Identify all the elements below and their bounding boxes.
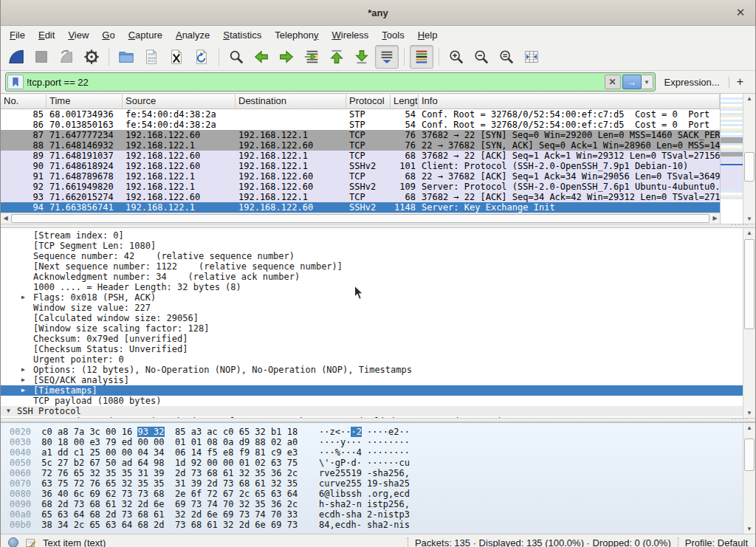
add-filter-button[interactable]: +	[729, 75, 751, 89]
hex-row-0070[interactable]: 0070 63 75 72 76 65 32 35 35 31 39 2d 73…	[1, 478, 743, 489]
menu-help[interactable]: Help	[411, 27, 444, 43]
column-header-no[interactable]: No.	[1, 94, 47, 109]
filter-clear-button[interactable]: ✕	[605, 75, 621, 89]
menu-tools[interactable]: Tools	[375, 27, 410, 43]
column-header-protocol[interactable]: Protocol	[346, 94, 391, 109]
scroll-right-arrow[interactable]: ▶	[710, 216, 720, 221]
close-window-button[interactable]: ✕	[733, 5, 748, 20]
packet-row-91[interactable]: 9171.648789678192.168.122.1192.168.122.6…	[1, 171, 720, 182]
column-header-time[interactable]: Time	[47, 94, 123, 109]
zoom-out-button[interactable]	[470, 45, 493, 69]
hex-row-0080[interactable]: 0080 36 40 6c 69 62 73 73 68 2e 6f 72 67…	[1, 489, 743, 499]
detail-line[interactable]: ▼SSH Protocol	[1, 406, 743, 416]
menu-statistics[interactable]: Statistics	[216, 27, 268, 43]
go-back-button[interactable]	[250, 45, 273, 69]
packet-list-vscrollbar[interactable]: ▲ ▼	[743, 94, 755, 224]
vscroll-thumb[interactable]	[744, 239, 755, 329]
menu-edit[interactable]: Edit	[32, 27, 61, 43]
pane-splitter[interactable]: ·····	[1, 418, 755, 422]
bytes-vscrollbar[interactable]: ▲ ▼	[743, 423, 755, 534]
packet-row-89[interactable]: 8971.648191037192.168.122.60192.168.122.…	[1, 151, 720, 161]
hex-row-0020[interactable]: 0020 c0 a8 7a 3c 00 16 93 32 85 a3 ac c0…	[1, 427, 743, 437]
menu-file[interactable]: File	[3, 27, 32, 43]
filter-bookmark-button[interactable]	[7, 75, 24, 89]
details-vscrollbar[interactable]: ▲ ▼	[743, 228, 755, 418]
expand-arrow-icon[interactable]: ▶	[21, 366, 25, 374]
packet-row-87[interactable]: 8771.647777234192.168.122.60192.168.122.…	[1, 130, 720, 140]
column-header-destination[interactable]: Destination	[236, 94, 346, 109]
save-file-button[interactable]: 010101100111	[140, 45, 163, 69]
expert-info-icon[interactable]	[8, 537, 18, 547]
find-packet-button[interactable]	[224, 45, 248, 69]
hex-row-0060[interactable]: 0060 72 76 65 32 35 35 31 39 2d 73 68 61…	[1, 468, 743, 478]
display-filter-input[interactable]: !tcp.port == 22	[27, 77, 605, 88]
packet-row-94[interactable]: 9471.663856741192.168.122.1192.168.122.6…	[1, 202, 720, 213]
filter-dropdown-button[interactable]: ▼	[642, 75, 653, 89]
close-file-button[interactable]	[165, 45, 188, 69]
detail-line[interactable]: ▶[Timestamps]	[1, 385, 743, 396]
packet-row-85[interactable]: 8568.001734936fe:54:00:d4:38:2aSTP54Conf…	[1, 109, 720, 120]
detail-line[interactable]: ▶Options: (12 bytes), No-Operation (NOP)…	[1, 365, 743, 375]
hex-row-00b0[interactable]: 00b0 38 34 2c 65 63 64 68 2d 73 68 61 32…	[1, 520, 743, 530]
detail-line[interactable]: [Window size scaling factor: 128]	[1, 323, 743, 334]
scroll-up-arrow[interactable]: ▲	[745, 94, 755, 103]
detail-line[interactable]: [TCP Segment Len: 1080]	[1, 241, 743, 251]
scroll-down-arrow[interactable]: ▼	[745, 524, 755, 534]
restart-capture-button[interactable]	[55, 45, 78, 69]
status-profile[interactable]: Profile: Default	[685, 537, 748, 547]
menu-capture[interactable]: Capture	[122, 27, 169, 43]
detail-line[interactable]: TCP payload (1080 bytes)	[1, 396, 743, 406]
packet-row-90[interactable]: 9071.648618924192.168.122.60192.168.122.…	[1, 161, 720, 171]
reload-file-button[interactable]	[190, 45, 213, 69]
go-forward-button[interactable]	[275, 45, 298, 69]
packet-row-93[interactable]: 9371.662015274192.168.122.60192.168.122.…	[1, 192, 720, 202]
capture-comment-icon[interactable]	[25, 537, 36, 547]
packet-list-minimap[interactable]	[720, 94, 743, 224]
hex-row-0030[interactable]: 0030 80 18 00 e3 79 ed 00 00 01 01 08 0a…	[1, 437, 743, 447]
detail-line[interactable]: [Checksum Status: Unverified]	[1, 344, 743, 354]
menu-view[interactable]: View	[61, 27, 95, 43]
detail-line[interactable]: 1000 .... = Header Length: 32 bytes (8)	[1, 282, 743, 292]
scroll-left-arrow[interactable]: ◀	[1, 216, 10, 221]
expand-arrow-icon[interactable]: ▶	[21, 294, 25, 301]
packet-row-88[interactable]: 8871.648146932192.168.122.1192.168.122.6…	[1, 140, 720, 151]
detail-line[interactable]: Checksum: 0x79ed [unverified]	[1, 334, 743, 344]
detail-line[interactable]: Window size value: 227	[1, 303, 743, 313]
hex-row-00a0[interactable]: 00a0 65 63 64 68 2d 73 68 61 32 2d 6e 69…	[1, 509, 743, 520]
packet-row-92[interactable]: 9271.661949820192.168.122.1192.168.122.6…	[1, 182, 720, 192]
hex-row-0050[interactable]: 0050 5c 27 b2 67 50 ad 64 98 1d 92 00 00…	[1, 458, 743, 468]
expand-arrow-icon[interactable]: ▶	[21, 376, 25, 384]
hscroll-thumb[interactable]	[11, 214, 709, 223]
detail-line[interactable]: Sequence number: 42 (relative sequence n…	[1, 251, 743, 261]
start-capture-button[interactable]	[4, 45, 28, 69]
packet-list-hscrollbar[interactable]: ◀ ▶	[1, 213, 720, 224]
go-to-top-button[interactable]	[325, 45, 348, 69]
packet-row-86[interactable]: 8670.013850163fe:54:00:d4:38:2aSTP54Conf…	[1, 120, 720, 130]
detail-line[interactable]: ▶[SEQ/ACK analysis]	[1, 375, 743, 385]
menu-telephony[interactable]: Telephony	[268, 27, 325, 43]
column-header-length[interactable]: Length	[391, 94, 419, 109]
expand-arrow-icon[interactable]: ▶	[21, 387, 25, 394]
display-filter-field[interactable]: !tcp.port == 22 ✕ → ▼	[5, 72, 656, 92]
resize-columns-button[interactable]	[520, 45, 543, 69]
expression-button[interactable]: Expression...	[656, 77, 729, 88]
go-to-bottom-button[interactable]	[350, 45, 374, 69]
menu-analyze[interactable]: Analyze	[169, 27, 216, 43]
zoom-original-button[interactable]	[495, 45, 518, 69]
menu-go[interactable]: Go	[95, 27, 121, 43]
collapse-arrow-icon[interactable]: ▼	[7, 407, 10, 415]
zoom-in-button[interactable]	[444, 45, 468, 69]
capture-options-button[interactable]	[80, 45, 103, 69]
go-to-packet-button[interactable]	[300, 45, 323, 69]
filter-apply-button[interactable]: →	[622, 75, 642, 89]
detail-line[interactable]: Acknowledgment number: 34 (relative ack …	[1, 272, 743, 282]
scroll-up-arrow[interactable]: ▲	[745, 423, 755, 433]
column-header-info[interactable]: Info	[419, 94, 720, 109]
open-file-button[interactable]	[114, 45, 138, 69]
hex-row-0090[interactable]: 0090 68 2d 73 68 61 32 2d 6e 69 73 74 70…	[1, 499, 743, 509]
detail-line[interactable]: [Next sequence number: 1122 (relative se…	[1, 261, 743, 272]
scroll-up-arrow[interactable]: ▲	[745, 228, 755, 238]
pane-splitter[interactable]: ·····	[1, 224, 755, 228]
detail-line[interactable]: Urgent pointer: 0	[1, 354, 743, 365]
stop-capture-button[interactable]	[30, 45, 53, 69]
